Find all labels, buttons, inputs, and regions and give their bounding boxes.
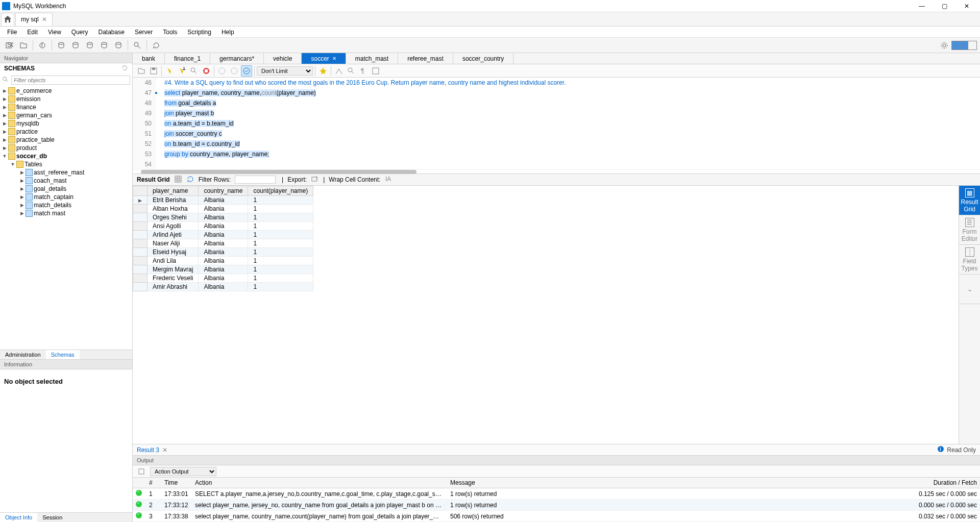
schema-item[interactable]: ▶german_cars (0, 111, 132, 119)
schema-item[interactable]: ▶finance (0, 103, 132, 111)
clear-output-button[interactable] (136, 466, 147, 477)
output-table[interactable]: # Time Action Message Duration / Fetch 1… (133, 478, 980, 522)
tables-folder[interactable]: ▼Tables (0, 160, 132, 168)
result-column-header[interactable]: player_name (148, 186, 199, 196)
query-tab[interactable]: match_mast (346, 53, 398, 64)
table-item[interactable]: ▶asst_referee_mast (0, 168, 132, 177)
output-row[interactable]: 217:33:12select player_name, jersey_no, … (133, 500, 980, 511)
schema-item[interactable]: ▶practice_table (0, 136, 132, 144)
find-button[interactable] (346, 65, 357, 77)
db-button-4[interactable] (98, 39, 110, 52)
close-button[interactable]: ✕ (955, 0, 978, 12)
administration-tab[interactable]: Administration (0, 350, 46, 359)
query-tab[interactable]: bank (133, 53, 165, 64)
query-tab[interactable]: finance_1 (165, 53, 210, 64)
grid-icon[interactable] (174, 175, 182, 185)
menu-scripting[interactable]: Scripting (182, 27, 216, 37)
table-item[interactable]: ▶match_captain (0, 193, 132, 201)
menu-database[interactable]: Database (93, 27, 130, 37)
editor-horizontal-scrollbar[interactable] (133, 169, 980, 173)
wrap-toggle[interactable]: IA (384, 175, 393, 185)
snippets-button[interactable] (333, 65, 345, 77)
execute-current-button[interactable]: 1 (176, 65, 187, 77)
table-row[interactable]: Andi LilaAlbania1 (133, 257, 313, 265)
schemas-tab[interactable]: Schemas (46, 350, 80, 359)
query-tab[interactable]: vehicle (264, 53, 302, 64)
toggle-invisible-button[interactable]: ¶ (358, 65, 369, 77)
refresh-icon[interactable] (186, 175, 194, 185)
commit-button[interactable] (216, 65, 228, 77)
create-schema-button[interactable]: i (36, 39, 48, 52)
query-tab[interactable]: germancars* (210, 53, 264, 64)
table-row[interactable]: Elseid HysajAlbania1 (133, 248, 313, 257)
output-type-select[interactable]: Action Output (150, 467, 216, 476)
db-button-5[interactable] (112, 39, 125, 52)
result-tab[interactable]: Result 3 (137, 446, 159, 454)
schema-item[interactable]: ▶practice (0, 128, 132, 136)
minimize-button[interactable]: ― (911, 0, 933, 12)
query-tab[interactable]: soccer_country (453, 53, 513, 64)
save-button[interactable] (148, 65, 159, 77)
session-tab[interactable]: Session (37, 513, 67, 522)
field-types-view-button[interactable]: ⋮ Field Types (959, 245, 980, 275)
schema-item[interactable]: ▶e_commerce (0, 87, 132, 95)
refresh-icon[interactable] (121, 64, 128, 73)
table-item[interactable]: ▶coach_mast (0, 177, 132, 185)
query-tab[interactable]: referee_mast (398, 53, 453, 64)
limit-select[interactable]: Don't Limit (257, 66, 313, 76)
explain-button[interactable] (188, 65, 200, 77)
rollback-button[interactable] (229, 65, 240, 77)
autocommit-toggle[interactable] (241, 65, 252, 77)
settings-button[interactable] (938, 39, 950, 52)
table-row[interactable]: Ansi AgolliAlbania1 (133, 222, 313, 231)
result-grid[interactable]: player_namecountry_namecount(player_name… (133, 186, 959, 444)
db-button-3[interactable] (84, 39, 96, 52)
layout-right-panel-toggle[interactable] (968, 41, 976, 49)
connection-tab[interactable]: my sql ✕ (15, 13, 53, 26)
result-tab-close-icon[interactable]: ✕ (162, 446, 167, 454)
table-item[interactable]: ▶match mast (0, 209, 132, 217)
db-button-1[interactable] (55, 39, 67, 52)
output-row[interactable]: 117:33:01SELECT a.player_name,a.jersey_n… (133, 488, 980, 500)
menu-query[interactable]: Query (66, 27, 93, 37)
search-button[interactable] (131, 39, 143, 52)
sql-editor[interactable]: 464748495051525354 #4. Write a SQL query… (133, 78, 980, 169)
result-column-header[interactable]: count(player_name) (248, 186, 313, 196)
filter-objects-input[interactable] (11, 76, 130, 85)
new-sql-tab-button[interactable]: SQL (3, 39, 15, 52)
open-sql-button[interactable] (17, 39, 30, 52)
output-row[interactable]: 317:33:38select player_name, country_nam… (133, 511, 980, 522)
filter-rows-input[interactable] (235, 176, 276, 184)
layout-left-panel-toggle[interactable] (952, 41, 960, 49)
table-row[interactable]: Arlind AjetiAlbania1 (133, 231, 313, 239)
maximize-button[interactable]: ▢ (933, 0, 955, 12)
open-file-button[interactable] (136, 65, 147, 77)
menu-file[interactable]: File (2, 27, 22, 37)
menu-view[interactable]: View (43, 27, 66, 37)
query-tab-close-icon[interactable]: ✕ (332, 56, 336, 61)
menu-server[interactable]: Server (130, 27, 158, 37)
layout-toggle[interactable] (951, 41, 977, 50)
table-item[interactable]: ▶goal_details (0, 185, 132, 193)
menu-help[interactable]: Help (216, 27, 239, 37)
db-button-2[interactable] (69, 39, 82, 52)
schema-item[interactable]: ▶emission (0, 95, 132, 103)
table-item[interactable]: ▶match_details (0, 201, 132, 209)
schema-item[interactable]: ▶mysqldb (0, 119, 132, 128)
stop-button[interactable] (201, 65, 212, 77)
result-grid-view-button[interactable]: ▦ Result Grid (959, 186, 980, 215)
schema-item-active[interactable]: ▼soccer_db (0, 152, 132, 160)
schema-item[interactable]: ▶product (0, 144, 132, 152)
table-row[interactable]: Naser AlijiAlbania1 (133, 239, 313, 248)
table-row[interactable]: Etrit BerishaAlbania1 (133, 196, 313, 205)
table-row[interactable]: Orges ShehiAlbania1 (133, 213, 313, 222)
table-row[interactable]: Frederic VeseliAlbania1 (133, 274, 313, 283)
home-button[interactable] (1, 13, 14, 26)
table-row[interactable]: Alban HoxhaAlbania1 (133, 205, 313, 213)
schema-tree[interactable]: ▶e_commerce▶emission▶finance▶german_cars… (0, 87, 132, 350)
export-icon[interactable] (311, 175, 319, 185)
more-views-button[interactable]: ⌄ (959, 275, 980, 304)
layout-bottom-panel-toggle[interactable] (960, 41, 968, 49)
menu-tools[interactable]: Tools (158, 27, 182, 37)
form-editor-view-button[interactable]: ☰ Form Editor (959, 215, 980, 245)
